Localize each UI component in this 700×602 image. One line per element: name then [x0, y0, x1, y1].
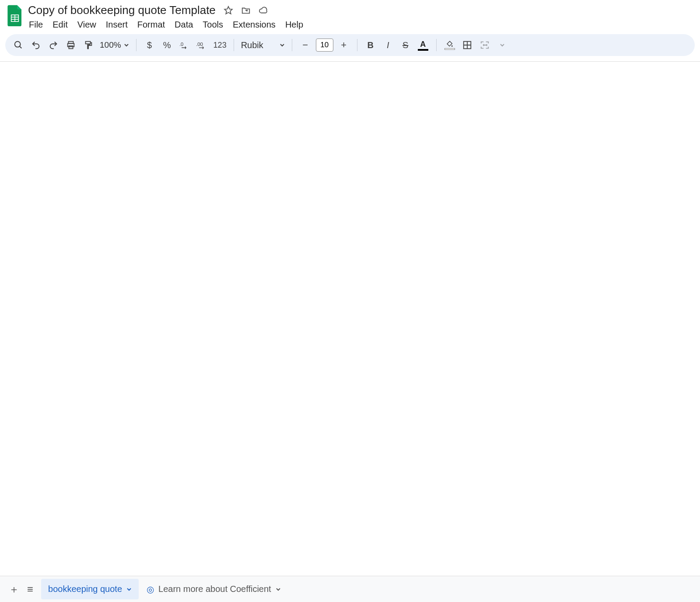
menu-file[interactable]: File — [29, 20, 43, 30]
italic-icon[interactable]: I — [382, 39, 394, 51]
menu-extensions[interactable]: Extensions — [233, 20, 276, 30]
doc-title[interactable]: Copy of bookkeeping quote Template — [28, 4, 216, 17]
menu-edit[interactable]: Edit — [52, 20, 67, 30]
menu-data[interactable]: Data — [175, 20, 193, 30]
strikethrough-icon[interactable]: S — [399, 39, 412, 51]
percent-icon[interactable]: % — [161, 39, 173, 51]
borders-icon[interactable] — [461, 39, 473, 51]
svg-rect-4 — [15, 18, 18, 19]
print-icon[interactable] — [65, 39, 77, 51]
decrease-font-size-icon[interactable]: − — [299, 39, 312, 51]
svg-rect-1 — [12, 15, 15, 17]
move-folder-icon[interactable] — [241, 6, 251, 15]
number-format-dropdown[interactable]: 123 — [214, 39, 227, 51]
toolbar: 100% $ % .0 .00 123 Rubik − + B I S A — [5, 34, 695, 56]
search-icon[interactable] — [12, 39, 24, 51]
svg-text:.00: .00 — [196, 42, 203, 47]
menu-tools[interactable]: Tools — [203, 20, 223, 30]
sheets-logo[interactable] — [6, 4, 24, 27]
menu-view[interactable]: View — [77, 20, 96, 30]
font-family-dropdown[interactable]: Rubik — [241, 40, 285, 50]
fill-color-icon[interactable] — [444, 39, 456, 51]
decrease-decimal-icon[interactable]: .0 — [178, 39, 191, 51]
svg-rect-5 — [12, 20, 15, 21]
increase-decimal-icon[interactable]: .00 — [196, 39, 208, 51]
menu-bar: FileEditViewInsertFormatDataToolsExtensi… — [28, 17, 303, 34]
merge-cells-icon[interactable] — [479, 39, 491, 51]
cloud-icon[interactable] — [259, 6, 268, 15]
svg-rect-3 — [12, 18, 15, 19]
svg-rect-6 — [15, 20, 18, 21]
svg-text:.0: .0 — [179, 42, 183, 47]
svg-point-7 — [15, 42, 21, 47]
currency-icon[interactable]: $ — [144, 39, 156, 51]
zoom-dropdown[interactable]: 100% — [100, 40, 129, 50]
font-size-input[interactable] — [316, 38, 333, 52]
menu-format[interactable]: Format — [137, 20, 165, 30]
svg-rect-2 — [15, 15, 18, 17]
redo-icon[interactable] — [47, 39, 60, 51]
svg-rect-11 — [86, 42, 91, 44]
text-color-icon[interactable]: A — [417, 39, 429, 51]
more-toolbar-icon[interactable] — [496, 39, 508, 51]
star-icon[interactable] — [224, 6, 233, 15]
paint-format-icon[interactable] — [82, 39, 94, 51]
undo-icon[interactable] — [30, 39, 42, 51]
menu-insert[interactable]: Insert — [106, 20, 128, 30]
menu-help[interactable]: Help — [285, 20, 303, 30]
bold-icon[interactable]: B — [364, 39, 377, 51]
increase-font-size-icon[interactable]: + — [338, 39, 350, 51]
